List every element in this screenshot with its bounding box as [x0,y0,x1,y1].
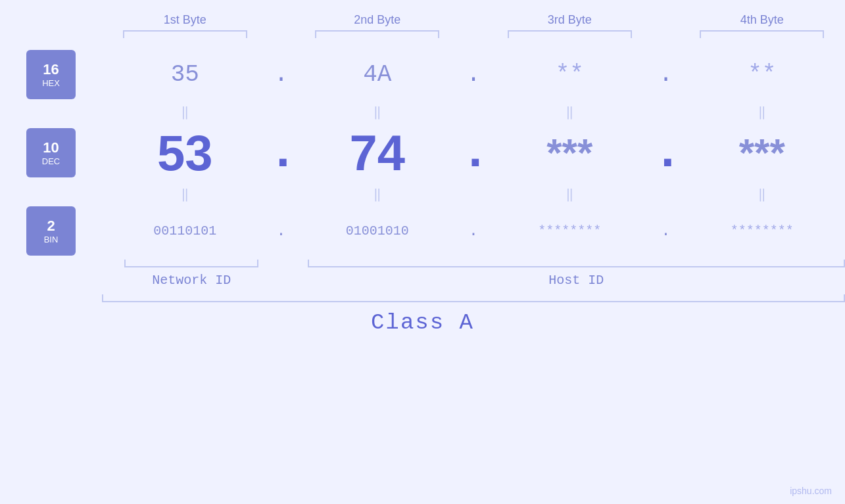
eq-row-2: ‖ ‖ ‖ ‖ [0,181,845,206]
sep-spacer-1 [281,260,308,267]
bottom-brackets-wrapper [0,260,845,267]
bin-val-2: 01001010 [295,223,461,239]
eq-1-2: ‖ [295,104,461,120]
bottom-bracket-spacer [0,260,102,267]
hex-val-3: ** [487,61,653,88]
eq-1-4: ‖ [679,104,846,120]
dec-row: 10 DEC 53 . 74 . *** . *** [0,124,845,181]
dec-values-cols: 53 . 74 . *** . *** [102,124,845,181]
dec-base: DEC [42,156,60,166]
bin-row: 2 BIN 00110101 . 01001010 . ******** . *… [0,206,845,256]
eq-cols-1: ‖ ‖ ‖ ‖ [102,104,845,120]
id-labels-spacer [0,273,102,288]
dec-label-col: 10 DEC [0,128,102,177]
eq-1-3: ‖ [487,104,653,120]
dec-val-1: 53 [102,124,268,181]
byte-header-1: 1st Byte [102,13,268,30]
bin-values-cols: 00110101 . 01001010 . ******** . *******… [102,222,845,240]
bin-sep-3: . [653,222,679,240]
hex-sep-3: . [653,61,679,88]
hex-row: 16 HEX 35 . 4A . ** . ** [0,50,845,99]
hex-label-col: 16 HEX [0,50,102,99]
eq-cols-2: ‖ ‖ ‖ ‖ [102,186,845,202]
hex-base: HEX [42,78,60,88]
bin-val-3: ******** [487,223,653,239]
network-bottom-bracket [124,260,258,267]
class-a-bracket [102,294,845,302]
dec-label-box: 10 DEC [26,128,76,177]
dec-val-3: *** [487,130,653,175]
bin-label-box: 2 BIN [26,206,76,256]
bin-val-1: 00110101 [102,223,268,239]
host-bottom-bracket [308,260,846,267]
bracket-label-spacer [0,30,102,38]
watermark: ipshu.com [790,486,832,496]
dec-sep-3: . [653,125,679,181]
id-sep-spacer [281,273,308,288]
bin-val-4: ******** [679,223,846,239]
hex-label-box: 16 HEX [26,50,76,99]
byte-header-4: 4th Byte [679,13,846,30]
hex-values-cols: 35 . 4A . ** . ** [102,61,845,88]
top-brackets-row [0,30,845,38]
eq-2-2: ‖ [295,186,461,202]
hex-val-2: 4A [295,61,461,88]
dec-val-4: *** [679,130,846,175]
id-labels-row: Network ID Host ID [0,273,845,288]
bin-sep-2: . [460,222,487,240]
eq-2-4: ‖ [679,186,846,202]
eq-1-1: ‖ [102,104,268,120]
class-bracket-wrapper [0,294,845,302]
net-bottom-bracket-wrap [102,260,281,267]
dec-sep-1: . [268,125,295,181]
hex-val-1: 35 [102,61,268,88]
byte-header-3: 3rd Byte [487,13,653,30]
byte-headers-row: 1st Byte 2nd Byte 3rd Byte 4th Byte [0,13,845,30]
bin-label-col: 2 BIN [0,206,102,256]
hex-num: 16 [43,61,59,78]
byte-headers: 1st Byte 2nd Byte 3rd Byte 4th Byte [102,13,845,30]
main-container: 1st Byte 2nd Byte 3rd Byte 4th Byte 16 H… [0,0,845,504]
byte-header-2: 2nd Byte [295,13,461,30]
class-bracket-spacer [0,294,102,302]
bracket-1 [102,30,268,38]
top-brackets [102,30,845,38]
network-id-label: Network ID [102,273,281,288]
bracket-2 [295,30,461,38]
bin-base: BIN [44,235,59,244]
host-id-label: Host ID [308,273,846,288]
bracket-3 [487,30,653,38]
dec-num: 10 [43,139,59,156]
class-a-row: Class A [0,310,845,335]
hex-sep-1: . [268,61,295,88]
bracket-4 [679,30,846,38]
eq-row-1: ‖ ‖ ‖ ‖ [0,99,845,124]
dec-sep-2: . [460,125,487,181]
class-a-label: Class A [371,310,474,335]
hex-val-4: ** [679,61,846,88]
dec-val-2: 74 [295,124,461,181]
eq-2-3: ‖ [487,186,653,202]
eq-2-1: ‖ [102,186,268,202]
bin-num: 2 [47,218,55,235]
host-bottom-bracket-wrap [308,260,846,267]
bin-sep-1: . [268,222,295,240]
header-label-spacer [0,13,102,30]
hex-sep-2: . [460,61,487,88]
